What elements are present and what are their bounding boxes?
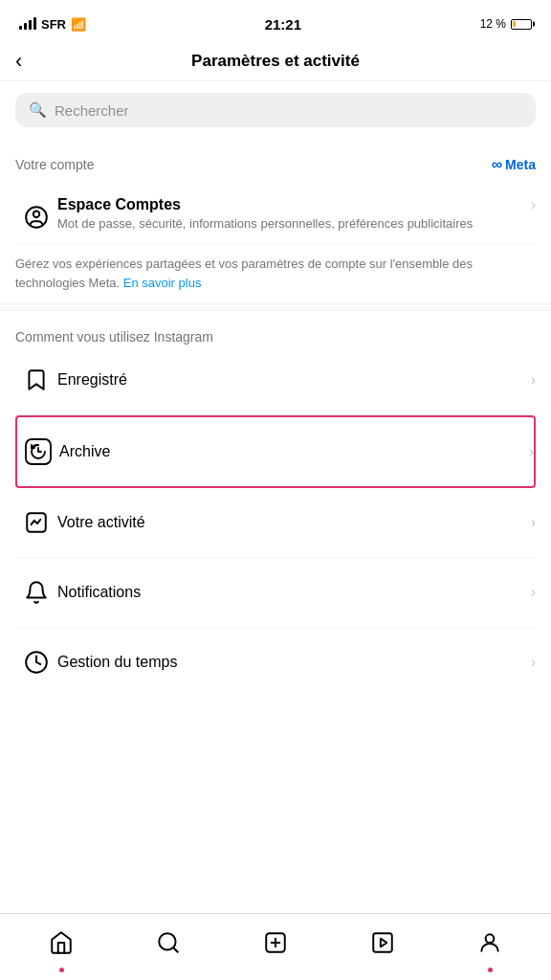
archive-item[interactable]: Archive ›	[15, 415, 536, 488]
gestion-temps-content: Gestion du temps	[57, 654, 523, 671]
enregistre-chevron: ›	[523, 371, 536, 389]
svg-point-11	[486, 934, 495, 943]
search-bar[interactable]: 🔍 Rechercher	[15, 93, 536, 127]
nav-search[interactable]	[115, 914, 222, 970]
espace-comptes-title: Espace Comptes	[57, 196, 523, 213]
archive-clock-icon	[24, 437, 53, 466]
meta-symbol: ∞	[492, 156, 502, 173]
bookmark-icon	[24, 368, 49, 392]
activite-item[interactable]: Votre activité ›	[15, 488, 536, 558]
page-title: Paramètres et activité	[191, 52, 360, 71]
search-nav-icon	[156, 930, 181, 955]
svg-rect-10	[373, 933, 392, 952]
battery-icon	[511, 19, 532, 30]
page-header: ‹ Paramètres et activité	[0, 42, 551, 81]
time-label: 21:21	[265, 16, 301, 33]
notifications-content: Notifications	[57, 584, 523, 601]
activity-icon	[24, 510, 49, 535]
user-circle-icon	[24, 205, 49, 230]
notifications-chevron: ›	[523, 584, 536, 601]
home-icon	[49, 930, 74, 955]
reels-icon	[370, 930, 395, 955]
back-button[interactable]: ‹	[15, 51, 22, 72]
activite-icon-container	[15, 501, 57, 544]
gestion-temps-chevron: ›	[523, 654, 536, 671]
activite-title: Votre activité	[57, 514, 145, 530]
content-area: 🔍 Rechercher Votre compte ∞ Meta Espace …	[0, 81, 551, 773]
activite-chevron: ›	[523, 514, 536, 531]
status-right: 12 %	[480, 17, 532, 31]
meta-note-link[interactable]: En savoir plus	[123, 276, 202, 290]
search-icon: 🔍	[29, 101, 47, 119]
usage-section-header: Comment vous utilisez Instagram	[0, 311, 551, 345]
plus-square-icon	[263, 930, 288, 955]
notifications-icon-container	[15, 571, 57, 613]
profile-icon	[477, 930, 502, 955]
meta-note-text: Gérez vos expériences partagées et vos p…	[15, 256, 473, 290]
usage-list: Enregistré › Archive ›	[0, 345, 551, 697]
search-input[interactable]: Rechercher	[55, 102, 129, 119]
profile-nav-dot	[488, 968, 493, 972]
carrier-label: SFR	[41, 17, 66, 32]
espace-comptes-subtitle: Mot de passe, sécurité, informations per…	[57, 215, 523, 233]
clock-icon	[24, 650, 49, 675]
archive-content: Archive	[59, 443, 521, 460]
enregistre-title: Enregistré	[57, 371, 127, 388]
battery-percent: 12 %	[480, 17, 506, 31]
archive-title: Archive	[59, 443, 110, 459]
gestion-temps-item[interactable]: Gestion du temps ›	[15, 628, 536, 697]
activite-content: Votre activité	[57, 514, 523, 531]
account-info: Espace Comptes Mot de passe, sécurité, i…	[57, 196, 523, 233]
meta-note: Gérez vos expériences partagées et vos p…	[15, 245, 536, 292]
nav-add[interactable]	[222, 914, 329, 970]
nav-profile[interactable]	[436, 914, 543, 970]
usage-section-title: Comment vous utilisez Instagram	[15, 329, 213, 345]
account-card: Espace Comptes Mot de passe, sécurité, i…	[0, 185, 551, 303]
account-icon	[15, 196, 57, 238]
account-section-header: Votre compte ∞ Meta	[0, 139, 551, 185]
notifications-item[interactable]: Notifications ›	[15, 558, 536, 628]
status-left: SFR 📶	[19, 17, 86, 32]
search-container: 🔍 Rechercher	[0, 81, 551, 139]
enregistre-icon	[15, 359, 57, 401]
meta-label: Meta	[505, 157, 536, 172]
espace-comptes-item[interactable]: Espace Comptes Mot de passe, sécurité, i…	[15, 185, 536, 245]
nav-reels[interactable]	[329, 914, 436, 970]
bottom-nav	[0, 913, 551, 980]
notifications-title: Notifications	[57, 584, 141, 600]
account-section-title: Votre compte	[15, 157, 95, 172]
gestion-temps-icon-container	[15, 641, 57, 683]
status-bar: SFR 📶 21:21 12 %	[0, 0, 551, 42]
wifi-icon: 📶	[71, 17, 86, 32]
archive-chevron: ›	[521, 443, 534, 460]
meta-logo: ∞ Meta	[492, 156, 536, 173]
section-divider	[0, 303, 551, 311]
svg-line-6	[173, 947, 178, 952]
archive-icon-container	[17, 431, 59, 473]
gestion-temps-title: Gestion du temps	[57, 654, 177, 670]
svg-point-1	[33, 212, 40, 218]
signal-bars-icon	[19, 18, 36, 30]
bell-icon	[24, 580, 49, 605]
home-nav-dot	[59, 968, 64, 972]
espace-comptes-chevron: ›	[523, 196, 536, 213]
enregistre-content: Enregistré	[57, 371, 523, 389]
nav-home[interactable]	[8, 914, 115, 970]
enregistre-item[interactable]: Enregistré ›	[15, 345, 536, 415]
